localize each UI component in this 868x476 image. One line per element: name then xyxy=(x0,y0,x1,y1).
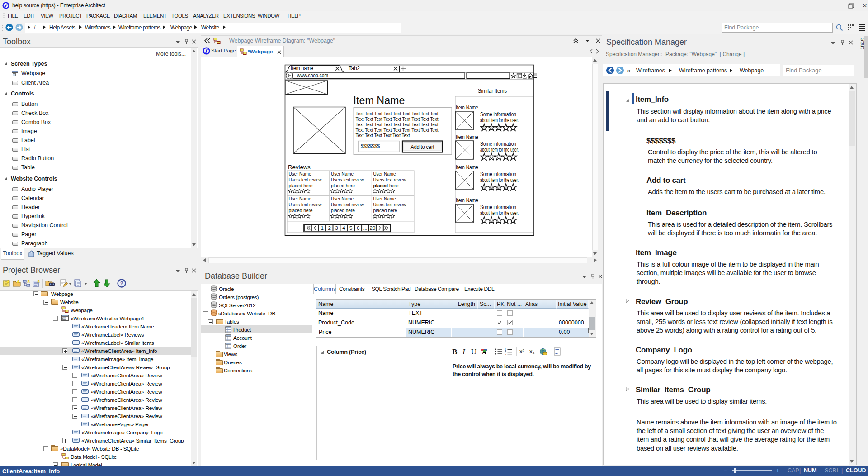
svg-text:User Name: User Name xyxy=(331,171,354,176)
svg-text:Item Name: Item Name xyxy=(456,134,478,140)
svg-text:3: 3 xyxy=(505,353,506,355)
svg-text:placed here: placed here xyxy=(373,183,399,188)
svg-text:Tab2: Tab2 xyxy=(349,65,360,71)
svg-text:Text Text Text Text Text Text: Text Text Text Text Text Text Text Text … xyxy=(356,116,439,122)
svg-text:User Name: User Name xyxy=(289,171,311,176)
svg-text:about item for the user.: about item for the user. xyxy=(480,117,519,124)
svg-text:Item name: Item name xyxy=(291,65,313,71)
svg-text:1: 1 xyxy=(321,225,323,231)
svg-text:placed here: placed here xyxy=(331,183,355,188)
svg-text:Text Text Text Text Text Text: Text Text Text Text Text Text Text Text … xyxy=(356,110,439,116)
svg-text:www.shop.com: www.shop.com xyxy=(297,72,328,79)
svg-text:Reviews: Reviews xyxy=(288,164,311,171)
svg-text:5: 5 xyxy=(349,225,352,231)
svg-text:User Name: User Name xyxy=(373,171,396,176)
svg-text:placed here: placed here xyxy=(331,208,355,213)
svg-text:User Name: User Name xyxy=(373,196,396,201)
svg-text:placed here: placed here xyxy=(373,208,397,213)
svg-text:Users text review: Users text review xyxy=(373,202,407,207)
svg-text:$$$$$$$: $$$$$$$ xyxy=(361,143,380,149)
svg-text:Users text review: Users text review xyxy=(331,202,364,207)
svg-text:Text Text Text Text Text Text: Text Text Text Text Text Text Text Text … xyxy=(356,121,439,127)
svg-text:...: ... xyxy=(363,225,368,231)
svg-text:about item for the user.: about item for the user. xyxy=(480,177,519,183)
svg-text:Users text review: Users text review xyxy=(373,177,407,182)
svg-text:placed here: placed here xyxy=(289,183,313,188)
svg-text:User Name: User Name xyxy=(331,196,354,201)
svg-text:placed here: placed here xyxy=(289,208,313,213)
svg-text:?: ? xyxy=(120,281,123,286)
svg-text:Item Name: Item Name xyxy=(456,164,478,171)
svg-text:User Name: User Name xyxy=(289,196,311,201)
svg-text:Similar Items: Similar Items xyxy=(478,88,507,94)
svg-text:2: 2 xyxy=(328,225,330,231)
svg-text:Text Text Text Text Text Text: Text Text Text Text Text Text xyxy=(356,132,410,138)
svg-text:3: 3 xyxy=(335,225,338,231)
svg-text:Item Name: Item Name xyxy=(354,94,405,106)
svg-text:Users text review: Users text review xyxy=(289,177,322,182)
svg-text:6: 6 xyxy=(357,225,359,231)
svg-text:Item Name: Item Name xyxy=(456,197,478,204)
svg-text:Add to cart: Add to cart xyxy=(411,144,434,150)
svg-text:about item for the user.: about item for the user. xyxy=(480,210,519,216)
svg-text:about item for the user.: about item for the user. xyxy=(480,147,519,153)
svg-text:Item Name: Item Name xyxy=(456,105,478,111)
svg-text:4: 4 xyxy=(342,225,345,231)
svg-text:Text Text Text Text Text Text: Text Text Text Text Text Text Text Text … xyxy=(356,127,439,133)
svg-text:20: 20 xyxy=(370,225,376,231)
svg-text:Users text review: Users text review xyxy=(331,177,364,182)
svg-text:Users text review: Users text review xyxy=(289,202,322,207)
